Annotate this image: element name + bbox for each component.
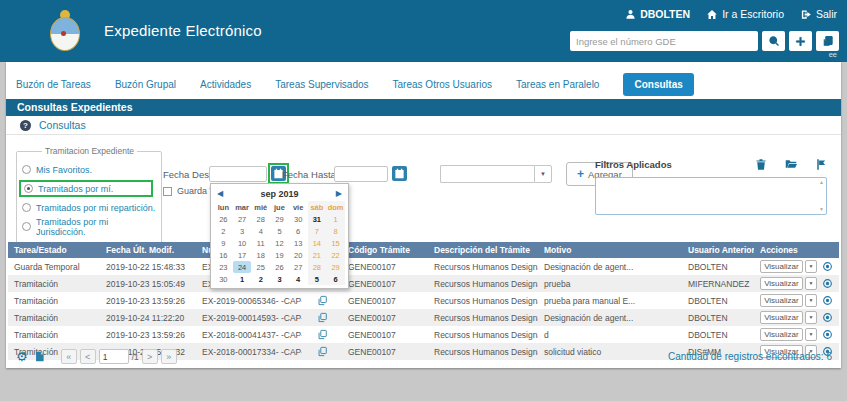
detail-button[interactable] xyxy=(822,278,833,289)
page-number-input[interactable] xyxy=(99,349,129,364)
scroll-up-icon[interactable]: ▲ xyxy=(819,180,824,185)
calendar-day[interactable]: 29 xyxy=(270,213,289,225)
visualizar-button[interactable]: Visualizar xyxy=(760,260,803,273)
filtros-aplicados-box[interactable]: ▲ ▼ xyxy=(595,177,827,215)
calendar-day[interactable]: 14 xyxy=(308,237,327,249)
search-button[interactable] xyxy=(762,31,785,51)
radio-mis-favoritos[interactable]: Mis Favoritos. xyxy=(22,161,156,178)
calendar-day[interactable]: 21 xyxy=(308,249,327,261)
calendar-day[interactable]: 17 xyxy=(233,249,252,261)
save-filter-button[interactable] xyxy=(815,158,827,171)
filter-type-select[interactable]: ▼ xyxy=(440,165,552,183)
fecha-desde-input[interactable] xyxy=(209,166,267,182)
visualizar-button[interactable]: Visualizar xyxy=(760,277,803,290)
calendar-day[interactable]: 26 xyxy=(270,261,289,273)
radio-tramitados-por-mi[interactable]: Tramitados por mí. xyxy=(19,180,153,197)
calendar-day[interactable]: 30 xyxy=(214,273,233,285)
calendar-prev-icon[interactable]: ◀ xyxy=(214,189,226,198)
delete-filter-button[interactable] xyxy=(755,158,767,171)
next-page-button[interactable]: > xyxy=(142,349,158,364)
calendar-next-icon[interactable]: ▶ xyxy=(333,189,345,198)
copy-number-button[interactable] xyxy=(302,326,342,343)
detail-button[interactable] xyxy=(822,312,833,323)
detail-button[interactable] xyxy=(822,329,833,340)
calendar-day[interactable]: 3 xyxy=(270,273,289,285)
visualizar-button[interactable]: Visualizar xyxy=(760,328,803,341)
calendar-day-selected[interactable]: 24 xyxy=(233,261,252,273)
calendar-day[interactable]: 30 xyxy=(289,213,308,225)
tab-actividades[interactable]: Actividades xyxy=(200,79,251,90)
tab-consultas[interactable]: Consultas xyxy=(623,73,693,96)
action-caret-button[interactable]: ▼ xyxy=(805,311,817,324)
radio-tramitados-reparticion[interactable]: Tramitados por mi repartición. xyxy=(22,199,156,216)
calendar-day[interactable]: 5 xyxy=(308,273,327,285)
visualizar-button[interactable]: Visualizar xyxy=(760,311,803,324)
logout-link[interactable]: Salir xyxy=(800,8,837,20)
export-document-button[interactable] xyxy=(34,350,45,363)
calendar-day[interactable]: 27 xyxy=(233,213,252,225)
calendar-day[interactable]: 8 xyxy=(326,225,345,237)
calendar-day[interactable]: 3 xyxy=(233,225,252,237)
calendar-day[interactable]: 6 xyxy=(289,225,308,237)
help-icon[interactable]: ? xyxy=(20,120,31,131)
action-caret-button[interactable]: ▼ xyxy=(805,294,817,307)
paste-gde-button[interactable] xyxy=(816,31,839,51)
calendar-day[interactable]: 10 xyxy=(233,237,252,249)
first-page-button[interactable]: « xyxy=(61,349,77,364)
calendar-day[interactable]: 4 xyxy=(289,273,308,285)
scroll-down-icon[interactable]: ▼ xyxy=(819,207,824,212)
calendar-day[interactable]: 31 xyxy=(308,213,327,225)
tab-tareas-supervisados[interactable]: Tareas Supervisados xyxy=(275,79,368,90)
detail-button[interactable] xyxy=(822,295,833,306)
calendar-day[interactable]: 15 xyxy=(326,237,345,249)
calendar-day[interactable]: 29 xyxy=(326,261,345,273)
calendar-day[interactable]: 4 xyxy=(251,225,270,237)
calendar-day[interactable]: 16 xyxy=(214,249,233,261)
radio-tramitados-jurisdiccion[interactable]: Tramitados por mi Jurisdicción. xyxy=(22,218,156,235)
add-button[interactable] xyxy=(789,31,812,51)
action-caret-button[interactable]: ▼ xyxy=(805,260,817,273)
gde-search-input[interactable] xyxy=(570,31,758,51)
copy-number-button[interactable] xyxy=(302,292,342,309)
calendar-day[interactable]: 20 xyxy=(289,249,308,261)
chevron-down-icon[interactable]: ▼ xyxy=(534,165,552,183)
tab-buzon-de-tareas[interactable]: Buzón de Tareas xyxy=(16,79,91,90)
action-caret-button[interactable]: ▼ xyxy=(805,328,817,341)
copy-number-button[interactable] xyxy=(302,309,342,326)
calendar-day[interactable]: 12 xyxy=(270,237,289,249)
action-caret-button[interactable]: ▼ xyxy=(805,277,817,290)
calendar-day[interactable]: 1 xyxy=(233,273,252,285)
user-menu[interactable]: DBOLTEN xyxy=(625,8,690,20)
calendar-day[interactable]: 27 xyxy=(289,261,308,273)
calendar-day[interactable]: 18 xyxy=(251,249,270,261)
tab-tareas-en-paralelo[interactable]: Tareas en Paralelo xyxy=(516,79,599,90)
calendar-day[interactable]: 2 xyxy=(214,225,233,237)
calendar-day[interactable]: 7 xyxy=(308,225,327,237)
prev-page-button[interactable]: < xyxy=(80,349,96,364)
calendar-day[interactable]: 28 xyxy=(308,261,327,273)
visualizar-button[interactable]: Visualizar xyxy=(760,294,803,307)
calendar-day[interactable]: 6 xyxy=(326,273,345,285)
detail-button[interactable] xyxy=(822,261,833,272)
calendar-day[interactable]: 28 xyxy=(251,213,270,225)
calendar-day[interactable]: 1 xyxy=(326,213,345,225)
calendar-day[interactable]: 13 xyxy=(289,237,308,249)
go-to-desktop-link[interactable]: Ir a Escritorio xyxy=(706,8,784,20)
tab-tareas-otros-usuarios[interactable]: Tareas Otros Usuarios xyxy=(393,79,492,90)
open-filter-button[interactable] xyxy=(784,158,798,171)
copy-number-button[interactable] xyxy=(302,343,342,360)
calendar-day[interactable]: 2 xyxy=(251,273,270,285)
calendar-day[interactable]: 22 xyxy=(326,249,345,261)
fecha-hasta-calendar-button[interactable] xyxy=(392,166,407,181)
tab-buzon-grupal[interactable]: Buzón Grupal xyxy=(115,79,176,90)
fecha-hasta-input[interactable] xyxy=(334,166,388,182)
calendar-day[interactable]: 5 xyxy=(270,225,289,237)
calendar-day[interactable]: 11 xyxy=(251,237,270,249)
calendar-day[interactable]: 9 xyxy=(214,237,233,249)
calendar-day[interactable]: 26 xyxy=(214,213,233,225)
calendar-day[interactable]: 23 xyxy=(214,261,233,273)
calendar-day[interactable]: 25 xyxy=(251,261,270,273)
calendar-day[interactable]: 19 xyxy=(270,249,289,261)
gear-icon[interactable]: ⚙ xyxy=(16,350,28,363)
last-page-button[interactable]: » xyxy=(161,349,177,364)
